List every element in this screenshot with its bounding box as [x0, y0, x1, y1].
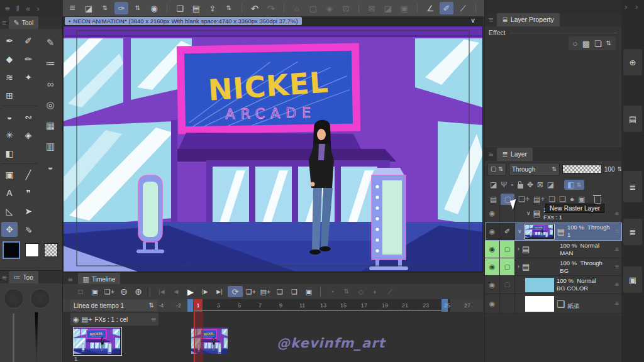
- layer-visibility-toggle[interactable]: ◉: [485, 241, 500, 258]
- tab-tool-property[interactable]: ≔ Too: [9, 271, 38, 283]
- tl-onion-skin-icon[interactable]: ◔: [326, 286, 338, 297]
- tl-new-cel-folder-icon[interactable]: ▤+: [259, 286, 272, 297]
- expand-panel-icon[interactable]: ›: [36, 4, 39, 13]
- new-folder-button[interactable]: ▤+: [533, 195, 545, 203]
- snap-ruler-icon[interactable]: ∠: [423, 2, 437, 14]
- fill-tool[interactable]: ◈: [20, 128, 36, 143]
- flip-options-icon[interactable]: ⇅: [98, 2, 112, 14]
- range-start-marker[interactable]: [187, 299, 193, 312]
- layer-row-menu-icon[interactable]: ≡: [615, 264, 619, 270]
- layer-visibility-toggle[interactable]: ◉: [485, 276, 500, 293]
- sub-color-swatch[interactable]: [25, 243, 39, 257]
- layer-check-cell[interactable]: [500, 294, 515, 313]
- figure-grid-tool[interactable]: ⊞: [1, 88, 18, 103]
- deselect-icon[interactable]: ▢: [306, 2, 320, 14]
- select-rect-icon[interactable]: ⊠: [365, 2, 379, 14]
- layer-color-toggle[interactable]: ◧ ⇅: [564, 180, 584, 190]
- track-eye-icon[interactable]: ◉: [73, 316, 79, 323]
- canvas[interactable]: [63, 26, 483, 272]
- subview-palette-button[interactable]: ▤: [623, 106, 642, 132]
- snap-line-icon[interactable]: ⟋: [456, 2, 470, 14]
- open-file-icon[interactable]: ▤: [189, 2, 203, 14]
- layer-color-effect-icon[interactable]: ❏: [594, 40, 602, 48]
- layer-row-menu-icon[interactable]: ≡: [615, 300, 619, 307]
- layer-thumbnail[interactable]: [525, 224, 555, 239]
- tl-specify-cel2-icon[interactable]: ❏: [288, 286, 301, 297]
- decoration-tool[interactable]: ✦: [20, 70, 36, 85]
- tab-layer[interactable]: ≣ Layer: [497, 148, 533, 161]
- expand-chevron-icon[interactable]: ›: [518, 264, 519, 270]
- paper-thumbnail[interactable]: [525, 296, 554, 312]
- tl-play-icon[interactable]: ▶: [184, 286, 197, 297]
- navigator-palette-button[interactable]: ⊕: [623, 49, 642, 75]
- layer-row-bg-color[interactable]: ◉ ▢ 100 % Normal BG COLOR ≡: [485, 276, 622, 294]
- quick-access-palette-button[interactable]: ▣: [623, 266, 642, 293]
- timeline-menu-icon[interactable]: ≡: [68, 275, 73, 283]
- timeline-ruler[interactable]: -4 -2 1 3 5 7 9 11 13 15 17 19 21 23 25 …: [157, 299, 483, 312]
- mask-enable-icon[interactable]: ⊠: [537, 181, 543, 189]
- layer-color-thumbnail[interactable]: [525, 278, 554, 292]
- link-icon[interactable]: ∞: [42, 77, 58, 90]
- layer-visibility-toggle[interactable]: ◉: [485, 258, 500, 275]
- tl-pen-icon[interactable]: ⟋: [384, 286, 396, 297]
- brush-tool[interactable]: ✐: [20, 33, 36, 48]
- pencil-tool[interactable]: ✏: [20, 52, 36, 67]
- track-header[interactable]: ◉ ▤+ FXs : 1 : cel ≡: [70, 313, 158, 326]
- lock-transparent-icon[interactable]: ✥: [527, 181, 533, 189]
- layer-row-man[interactable]: ◉ ▢ › ▤ 100 % Normal MAN ≡: [485, 241, 622, 258]
- layer-row-paper[interactable]: ◉ ❏ 紙張 ≡: [485, 294, 622, 314]
- tl-corner-icon[interactable]: ⊡: [74, 286, 87, 297]
- hand-tool[interactable]: ✥: [1, 222, 18, 237]
- track-menu-icon[interactable]: ≡: [151, 315, 156, 324]
- rotate-options-icon[interactable]: ⇅: [131, 2, 145, 14]
- reference-layer-icon[interactable]: Ψ: [501, 181, 507, 189]
- tl-new-cel-icon[interactable]: ❏+: [245, 286, 257, 297]
- operate-tool[interactable]: ➤: [20, 204, 36, 219]
- layer-row-menu-icon[interactable]: ≡: [615, 211, 619, 217]
- tl-lightbox-icon[interactable]: ◐: [369, 286, 382, 297]
- tl-skip-start-icon[interactable]: |◀: [155, 286, 168, 297]
- new-vector-layer-button[interactable]: ❏+: [518, 195, 530, 203]
- sliders-icon[interactable]: ≔: [42, 56, 58, 70]
- brush-size-preview-2[interactable]: [30, 288, 50, 309]
- clip-to-layer-icon[interactable]: ◪: [490, 181, 497, 189]
- lock-layer-icon[interactable]: [518, 184, 523, 189]
- border-effect-icon[interactable]: ○: [573, 40, 578, 48]
- expand-chevron-icon[interactable]: ›: [518, 246, 519, 252]
- tool-panel-menu-icon[interactable]: ≡: [2, 19, 7, 27]
- layer-draw-cell[interactable]: ✐: [500, 222, 515, 240]
- layer-check-cell[interactable]: ▢: [500, 276, 515, 293]
- tl-new-timeline-icon[interactable]: ❏+: [103, 286, 116, 297]
- palette-color-combo[interactable]: ▢ ⇅: [487, 163, 506, 176]
- main-color-swatch[interactable]: [3, 241, 20, 259]
- create-mask-button[interactable]: ●: [570, 195, 574, 203]
- rotate-canvas-icon[interactable]: ✑: [114, 2, 128, 14]
- layer-visibility-toggle[interactable]: ◉: [485, 294, 500, 313]
- strip-expand-icon[interactable]: ›: [625, 3, 627, 11]
- pen-tool[interactable]: ✒: [1, 33, 18, 48]
- auto-select-tool[interactable]: ✳: [1, 128, 18, 143]
- grip-icon[interactable]: ‖: [16, 4, 19, 13]
- undo-icon[interactable]: ↶: [248, 2, 262, 14]
- animation-cels-icon[interactable]: ▥: [42, 139, 58, 153]
- panel-menu-icon[interactable]: ≡: [5, 4, 10, 13]
- select-fill-icon[interactable]: ▣: [397, 2, 411, 14]
- tl-skip-end-icon[interactable]: ▶|: [213, 286, 226, 297]
- layer-row-fxs[interactable]: ◉ New Raster Layer ∨ ▤ 100 % Through FXs…: [485, 205, 622, 222]
- draft-layer-icon[interactable]: ▫: [511, 181, 513, 189]
- layer-row-1-selected[interactable]: ◉ ✐ ∨ ▤ 100 % Through 1 ≡: [485, 222, 622, 241]
- collapse-chevron-icon[interactable]: ∨: [526, 211, 531, 216]
- layer-row-bg[interactable]: ◉ ▢ › ▤ 100 % Through BG ≡: [485, 258, 622, 276]
- playhead-line[interactable]: [194, 312, 203, 362]
- tab-tool[interactable]: ✎ Tool: [9, 16, 39, 29]
- tl-loop-icon[interactable]: ⟳: [228, 286, 243, 297]
- tl-specify-cel-icon[interactable]: ❏: [274, 286, 286, 297]
- brightness-icon[interactable]: ☼: [290, 2, 304, 14]
- delete-layer-button[interactable]: [594, 197, 601, 204]
- layer-menu-icon[interactable]: ≡: [489, 150, 494, 158]
- crop-icon[interactable]: ⊡: [339, 2, 353, 14]
- brush-density-slider[interactable]: [33, 312, 40, 362]
- material-grid-icon[interactable]: ▦: [42, 118, 58, 132]
- document-list-chevron-icon[interactable]: ∨: [470, 17, 475, 24]
- tl-zoom-in-icon[interactable]: ⊕: [132, 286, 145, 297]
